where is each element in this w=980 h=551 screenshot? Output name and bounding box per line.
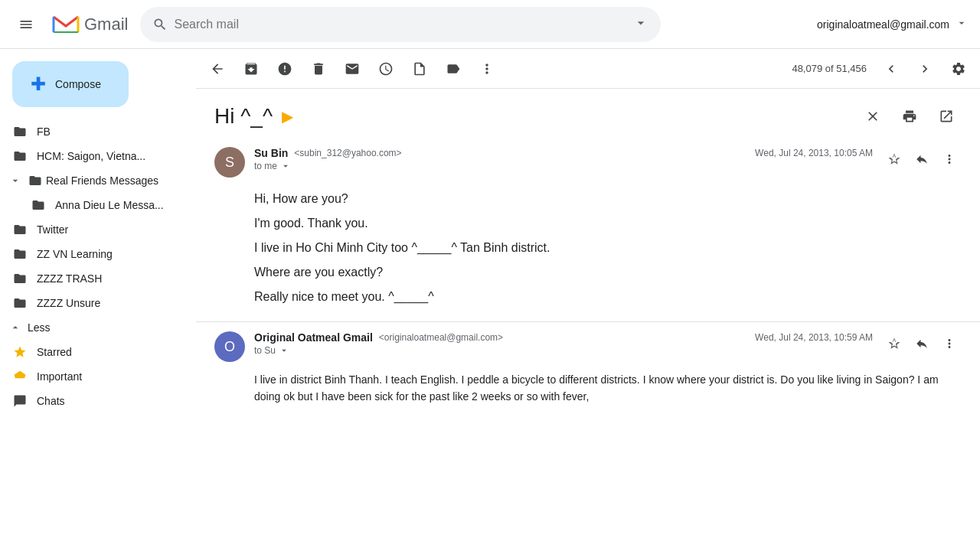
sidebar-item-starred[interactable]: Starred xyxy=(0,340,184,364)
top-bar: Gmail originaloatmeal@gmail.com xyxy=(0,0,980,49)
user-email[interactable]: originaloatmeal@gmail.com xyxy=(817,18,949,31)
mark-unread-button[interactable] xyxy=(337,54,368,84)
hamburger-button[interactable] xyxy=(12,11,40,38)
sidebar-item-label: Chats xyxy=(37,395,65,407)
email-date-2: Wed, Jul 24, 2013, 10:59 AM xyxy=(755,332,873,343)
sidebar-item-zzzz-trash[interactable]: ZZZZ TRASH xyxy=(0,266,184,291)
spam-button[interactable] xyxy=(270,54,300,84)
email-to-2[interactable]: to Su xyxy=(254,345,873,356)
sidebar-item-hcm[interactable]: HCM: Saigon, Vietna... xyxy=(0,144,184,168)
email-to-1[interactable]: to me xyxy=(254,161,873,171)
chevron-down-icon xyxy=(9,174,21,187)
email-meta-2: Original Oatmeal Gmail <originaloatmeal@… xyxy=(254,331,873,356)
search-dropdown-icon[interactable] xyxy=(633,15,648,34)
label-button[interactable] xyxy=(438,54,469,84)
sender-avatar-2: O xyxy=(214,331,245,362)
search-bar xyxy=(140,7,661,42)
user-account-dropdown-icon[interactable] xyxy=(956,17,968,32)
gmail-label: Gmail xyxy=(84,15,128,34)
folder-icon xyxy=(12,222,28,237)
sidebar-item-zzzz-unsure[interactable]: ZZZZ Unsure xyxy=(0,291,184,315)
sidebar-item-less[interactable]: Less xyxy=(0,315,184,340)
chevron-down-icon xyxy=(280,161,291,171)
sidebar-item-zz-vn[interactable]: ZZ VN Learning xyxy=(0,242,184,266)
user-area: originaloatmeal@gmail.com xyxy=(817,17,968,32)
toolbar: 48,079 of 51,456 xyxy=(196,49,980,89)
folder-icon xyxy=(31,197,46,213)
star-email-button-2[interactable] xyxy=(882,331,906,356)
sidebar-item-label: Twitter xyxy=(37,223,68,236)
email-body-line-2: I'm good. Thank you. xyxy=(254,211,962,236)
sidebar-item-twitter[interactable]: Twitter xyxy=(0,217,184,242)
sidebar-item-label: Starred xyxy=(37,346,72,358)
more-options-button-1[interactable] xyxy=(937,147,962,171)
email-body-2: I live in district Binh Thanh. I teach E… xyxy=(214,371,962,406)
sender-name-2: Original Oatmeal Gmail xyxy=(254,331,373,344)
sidebar-item-label: ZZ VN Learning xyxy=(37,248,113,260)
more-options-button[interactable] xyxy=(472,54,502,84)
compose-plus-icon: ✚ xyxy=(31,73,46,95)
snooze-button[interactable] xyxy=(371,54,401,84)
sidebar-item-label: Anna Dieu Le Messa... xyxy=(55,199,164,211)
chevron-up-icon xyxy=(9,321,21,334)
avatar-initials: O xyxy=(224,339,235,355)
email-action-btns-2 xyxy=(882,331,962,356)
close-thread-button[interactable] xyxy=(858,101,888,132)
folder-icon xyxy=(12,295,28,311)
sender-line-2: Original Oatmeal Gmail <originaloatmeal@… xyxy=(254,331,873,344)
sidebar-item-anna[interactable]: Anna Dieu Le Messa... xyxy=(0,193,184,217)
sidebar-item-chats[interactable]: Chats xyxy=(0,389,184,413)
sidebar-item-fb[interactable]: FB xyxy=(0,119,184,144)
sidebar-item-label: ZZZZ Unsure xyxy=(37,297,100,309)
email-body-line-4: Where are you exactly? xyxy=(254,260,962,285)
email-subject: Hi ^_^ xyxy=(214,104,273,129)
sidebar-item-label: ZZZZ TRASH xyxy=(37,272,102,285)
email-message-1: S Su Bin <subin_312@yahoo.com> Wed, Jul … xyxy=(196,138,980,322)
email-body-line-1: Hi, How are you? xyxy=(254,187,962,211)
prev-email-button[interactable] xyxy=(876,54,906,84)
sidebar: ✚ Compose FB HCM: Saigon, Vietna... xyxy=(0,49,196,551)
email-thread: Hi ^_^ ▶ S xyxy=(196,89,980,551)
move-to-button[interactable] xyxy=(404,54,435,84)
important-icon xyxy=(12,369,28,384)
back-button[interactable] xyxy=(202,54,233,84)
folder-icon xyxy=(12,246,28,262)
compose-label: Compose xyxy=(55,78,101,90)
settings-button[interactable] xyxy=(943,54,974,84)
folder-icon xyxy=(12,148,28,164)
email-count: 48,079 of 51,456 xyxy=(792,63,867,74)
sidebar-item-label: Real Friends Messages xyxy=(46,174,158,187)
sidebar-item-real-friends[interactable]: Real Friends Messages xyxy=(0,168,184,193)
main-layout: ✚ Compose FB HCM: Saigon, Vietna... xyxy=(0,49,980,551)
avatar-initials: S xyxy=(225,155,234,171)
content-area: 48,079 of 51,456 Hi ^_^ ▶ xyxy=(196,49,980,551)
sidebar-item-important[interactable]: Important xyxy=(0,364,184,389)
more-options-button-2[interactable] xyxy=(937,331,962,356)
folder-icon xyxy=(12,271,28,286)
email-action-btns-1 xyxy=(882,147,962,171)
delete-button[interactable] xyxy=(303,54,334,84)
reply-button-1[interactable] xyxy=(910,147,934,171)
gmail-logo[interactable]: Gmail xyxy=(52,11,128,38)
compose-button[interactable]: ✚ Compose xyxy=(12,61,129,107)
sender-email-2: <originaloatmeal@gmail.com> xyxy=(379,332,503,343)
sidebar-item-label: Important xyxy=(37,370,82,383)
chat-icon xyxy=(12,393,28,409)
print-button[interactable] xyxy=(894,101,925,132)
open-in-new-button[interactable] xyxy=(931,101,962,132)
folder-icon xyxy=(12,124,28,139)
archive-button[interactable] xyxy=(236,54,266,84)
search-input[interactable] xyxy=(174,18,627,31)
sidebar-item-label: HCM: Saigon, Vietna... xyxy=(37,150,145,162)
subject-label-icon: ▶ xyxy=(282,107,293,126)
to-text-1: to me xyxy=(254,161,277,171)
star-email-button-1[interactable] xyxy=(882,147,906,171)
sender-email-1: <subin_312@yahoo.com> xyxy=(294,148,401,158)
email-header-2: O Original Oatmeal Gmail <originaloatmea… xyxy=(214,331,962,362)
reply-button-2[interactable] xyxy=(910,331,934,356)
folder-icon xyxy=(28,173,43,188)
to-text-2: to Su xyxy=(254,345,276,356)
next-email-button[interactable] xyxy=(910,54,940,84)
email-body-text-2: I live in district Binh Thanh. I teach E… xyxy=(254,373,939,403)
subject-actions xyxy=(858,101,962,132)
